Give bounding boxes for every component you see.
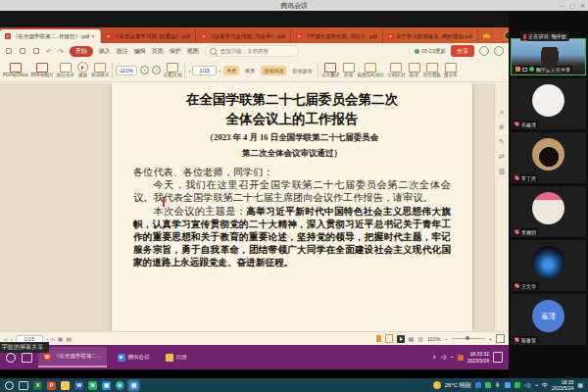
taskbar-edge-icon[interactable]: e xyxy=(116,381,124,390)
undo-icon[interactable]: ↶ xyxy=(46,48,52,55)
prev-page-icon[interactable]: ‹ xyxy=(188,68,190,74)
read-mode-button[interactable]: 阅读模式 xyxy=(91,63,109,78)
compress-button[interactable]: 压缩 xyxy=(343,63,355,78)
prev-page-icon[interactable]: ‹ xyxy=(11,336,13,342)
page-layout-icon[interactable]: ▤ xyxy=(66,335,72,342)
menu-view[interactable]: 视图 xyxy=(187,47,199,56)
taskbar-powerpoint-icon[interactable]: P xyxy=(47,381,56,390)
video-tile[interactable]: 嘉瀅 陈嘉莹 xyxy=(511,294,586,345)
thumbnail-icon[interactable]: ▥ xyxy=(499,168,506,174)
shared-clock[interactable]: 18:33:32 2023/5/24 xyxy=(467,351,489,364)
notification-icon[interactable] xyxy=(494,32,500,38)
tab-document-4[interactable]: P 《中华全国学生联..试行)》.pdf xyxy=(291,29,383,43)
video-tile[interactable]: 常丁丹 xyxy=(511,132,586,183)
document-viewport[interactable]: 在全国学联第二十七届委员会第二次 全体会议上的工作报告 （2023 年 4 月 … xyxy=(0,83,494,331)
menu-edit[interactable]: 编辑 xyxy=(134,47,146,56)
tab-document-2[interactable]: P 《关于认真学习贯..的通知》.pdf xyxy=(101,29,196,43)
taskbar-word-icon[interactable]: W xyxy=(74,381,83,390)
page-indicator[interactable]: 1/15 xyxy=(192,66,217,75)
tab-close-icon[interactable]: × xyxy=(91,33,95,39)
shared-notification-icon[interactable] xyxy=(493,352,503,363)
magnifier-icon[interactable]: ⊕ xyxy=(499,123,505,130)
menu-protect[interactable]: 保护 xyxy=(170,47,181,56)
open-file-icon[interactable] xyxy=(5,47,13,55)
viewer-clock[interactable]: 18:33 2023/5/24 xyxy=(552,379,573,392)
tray-volume-icon[interactable]: ◁) xyxy=(440,355,446,361)
bookmark-icon[interactable] xyxy=(376,335,381,342)
zoom-out-icon[interactable]: − xyxy=(445,336,448,342)
tab-document-5[interactable]: P 关于学习贯彻落实..神的通知.pdf xyxy=(383,29,478,43)
doc-compare-button[interactable]: 文档比对 xyxy=(387,63,405,78)
swap-icon[interactable]: ⇄ xyxy=(499,153,505,160)
fit-page-button[interactable]: 适配文档 xyxy=(164,63,181,78)
taskbar-explorer-icon[interactable] xyxy=(61,381,70,390)
menu-comment[interactable]: 批注 xyxy=(117,47,128,56)
pdf-to-image-button[interactable]: PDF转图片 xyxy=(31,63,54,78)
read-aloud-button[interactable]: 朗读 xyxy=(409,63,420,78)
fullscreen-icon[interactable] xyxy=(496,334,505,343)
video-tile[interactable]: 王文华 xyxy=(511,240,586,291)
slideshow-icon[interactable] xyxy=(397,335,405,343)
zoom-dropdown[interactable]: 110% xyxy=(116,66,137,75)
full-text-translate-button[interactable]: 全文翻译 xyxy=(321,63,339,78)
tray-calendar-icon[interactable]: ▦ xyxy=(577,382,583,388)
single-page-icon[interactable] xyxy=(385,334,393,343)
zoom-in-icon[interactable]: + xyxy=(140,66,149,74)
search-library-button[interactable]: 搜文库 xyxy=(444,63,458,78)
maximize-icon[interactable]: ▢ xyxy=(569,3,575,9)
video-tile[interactable]: 李婧玥 xyxy=(511,186,586,237)
shared-task-view-icon[interactable] xyxy=(22,353,32,363)
start-button[interactable] xyxy=(5,381,14,390)
layout-grid-icon[interactable]: ▦ xyxy=(409,335,415,342)
tray-expand-icon[interactable]: ∧ xyxy=(432,355,436,361)
pdf-page[interactable]: 在全国学联第二十七届委员会第二次 全体会议上的工作报告 （2023 年 4 月 … xyxy=(112,83,472,331)
screenshot-compare-button[interactable]: 截图实时对比 xyxy=(358,63,385,78)
outline-icon[interactable]: ≡ xyxy=(500,109,504,116)
close-icon[interactable]: ✕ xyxy=(580,3,585,9)
save-icon[interactable] xyxy=(19,47,26,55)
tray-shield-icon[interactable] xyxy=(475,382,481,388)
share-button[interactable]: 分享 xyxy=(451,45,474,57)
tab-document-3[interactable]: P 《认真学习宣传贯..习近平》.pdf xyxy=(196,29,291,43)
first-page-icon[interactable]: ‹‹ xyxy=(4,336,8,342)
shared-taskbar-app-meeting[interactable]: 腾讯会议 xyxy=(113,347,155,368)
tray-volume-icon[interactable]: ◁) xyxy=(524,382,531,388)
play-button[interactable]: 播放 xyxy=(77,62,88,78)
weather-text[interactable]: 26°C 晴朗 xyxy=(445,381,471,390)
tray-network-icon[interactable]: ⌁ xyxy=(534,382,538,388)
shared-taskbar-app-calendar[interactable]: 日历 xyxy=(161,347,192,368)
next-page-icon[interactable]: › xyxy=(46,336,48,342)
find-replace-button[interactable]: 查找替换 xyxy=(423,63,441,78)
statusbar-zoom-value[interactable]: 110% xyxy=(427,336,441,342)
minimize-icon[interactable]: — xyxy=(559,3,564,9)
auto-scroll-button[interactable]: 自动滚动 xyxy=(289,66,315,75)
vip-crown-icon[interactable] xyxy=(483,33,490,38)
tray-blue-app-icon[interactable] xyxy=(505,382,511,388)
search-input[interactable] xyxy=(219,47,291,55)
task-view-icon[interactable] xyxy=(19,381,28,390)
next-page-icon[interactable]: › xyxy=(219,68,220,74)
note-icon[interactable]: ✎ xyxy=(499,138,505,145)
view-single-page-button[interactable]: 单页 xyxy=(223,66,239,75)
redo-icon[interactable]: ↷ xyxy=(58,48,64,55)
layout-columns-icon[interactable]: ▥ xyxy=(417,335,423,342)
view-continuous-button[interactable]: 连续阅读 xyxy=(261,66,286,75)
taskbar-app-icon[interactable]: N xyxy=(88,381,97,390)
input-language-indicator[interactable]: 中 xyxy=(542,382,548,388)
help-icon[interactable] xyxy=(479,46,489,56)
weather-sun-icon[interactable] xyxy=(433,381,441,389)
search-box[interactable] xyxy=(205,45,299,57)
shared-start-button[interactable] xyxy=(6,353,16,363)
zoom-slider[interactable] xyxy=(452,338,485,339)
split-merge-button[interactable]: 拆分合并 xyxy=(57,63,74,78)
zoom-out-icon[interactable]: − xyxy=(152,66,161,74)
taskbar-excel-icon[interactable]: X xyxy=(33,381,42,390)
last-page-icon[interactable]: ›› xyxy=(51,336,55,342)
print-icon[interactable] xyxy=(32,47,40,55)
taskbar-meeting-icon[interactable]: ▣ xyxy=(102,381,111,390)
tray-network-icon[interactable]: ⌁ xyxy=(450,355,453,361)
video-tile-sharer[interactable]: 鞠宇歆正在共享 xyxy=(511,38,586,75)
pdf-to-office-button[interactable]: PDF转Office xyxy=(3,63,28,78)
view-double-page-button[interactable]: 双页 xyxy=(242,66,258,75)
add-page-icon[interactable]: ▣ xyxy=(58,335,64,342)
